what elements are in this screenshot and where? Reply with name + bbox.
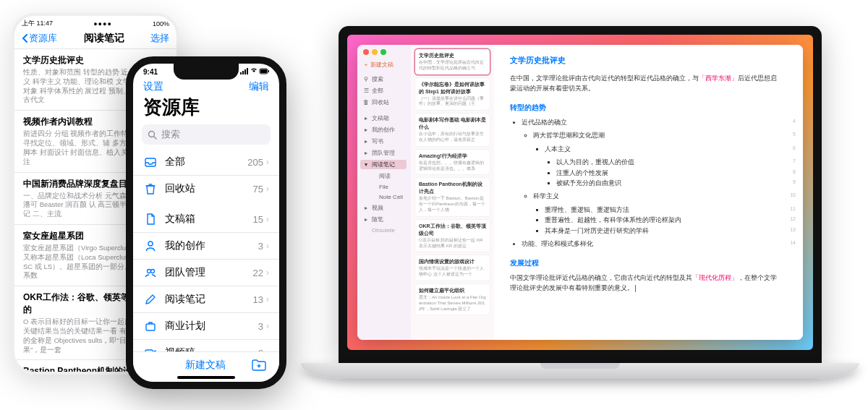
card-title: 《学尔能忘卷》是如何讲故事的 Step1 如何讲好故事 [419, 81, 486, 95]
chevron-left-icon [22, 34, 27, 43]
outline-item: 功能、理论和模式多样化14 [522, 239, 777, 249]
notch [174, 64, 239, 80]
svg-point-10 [148, 270, 151, 273]
sidebar-folder[interactable]: ▸写书 [363, 137, 407, 146]
back-button[interactable]: 资源库 [22, 32, 57, 45]
note-card[interactable]: 《学尔能忘卷》是如何讲故事的 Step1 如何讲好故事（一）清楚故事在讲什么问题… [415, 78, 490, 111]
outline-item: 人本主义6以人为目的，重视人的价值7注重人的个性发展8被赋予充分的自由意识9 [545, 144, 777, 189]
note-card[interactable]: 如何建立扁平化组织原文：An Inside Look at a Flat Org… [415, 284, 490, 315]
folder-label: 团队管理 [165, 266, 253, 279]
svg-rect-1 [242, 71, 244, 74]
note-card-list[interactable]: 文学历史批评史在中国，文学理论批评由古代向近代的转型和近代品格的确立与《学尔能忘… [411, 45, 494, 340]
chevron-right-icon: › [266, 214, 269, 224]
note-card[interactable]: Bastion Pantheon机制的设计亮点首先介绍一下 Bastion。Ba… [415, 178, 490, 215]
folder-row-briefcase[interactable]: 商业计划3› [133, 312, 279, 339]
status-icons [240, 68, 269, 76]
editor[interactable]: 文学历史批评史 在中国，文学理论批评由古代向近代的转型和近代品格的确立，与「西学… [494, 45, 803, 340]
note-card[interactable]: Amazing!行为经济学你是否也想。。。悟懂有趣逻辑的逻辑悖论你是否也。。。体… [415, 150, 490, 175]
card-title: Amazing!行为经济学 [419, 153, 486, 160]
outline-item: 被赋予充分的自由意识9 [556, 178, 777, 188]
outline-item: 两大哲学思潮和文化思潮5人本主义6以人为目的，重视人的价值7注重人的个性发展8被… [533, 130, 777, 188]
card-preview: 首先介绍一下 Bastion。Bastion是有一个叫Pantheon的东西，每… [419, 196, 486, 213]
briefcase-icon [143, 320, 158, 333]
note-card[interactable]: OKR工作法：谷歌、领英等顶级公司O表示目标 好的目标让你一起 KR表示关键结果… [415, 220, 490, 252]
folder-count: 205 [247, 157, 263, 168]
outline-item: 其本身是一门对历史进行研究的学科13 [545, 226, 777, 236]
fullscreen-icon[interactable] [380, 49, 386, 55]
card-title: 电影剧本写作基础 电影剧本是什么 [419, 116, 486, 131]
folder-row-bin[interactable]: 回收站75› [133, 175, 279, 202]
chevron-right-icon: › [266, 157, 269, 167]
select-button[interactable]: 选择 [150, 32, 169, 45]
sidebar-folder[interactable]: ▸团队管理 [363, 148, 407, 158]
folder-row-doc[interactable]: 文稿箱15› [133, 206, 279, 232]
search-input[interactable]: 搜索 [142, 124, 271, 145]
folder-row-person[interactable]: 我的创作3› [133, 232, 279, 259]
bin-icon [143, 182, 158, 195]
sidebar-item[interactable]: ⚲搜索 [363, 74, 407, 84]
laptop-screen: ＋ 新建文稿 ⚲搜索☰全部🗑回收站 ▸文稿箱▸我的创作▸写书▸团队管理▾阅读笔记… [339, 26, 822, 363]
home-indicator[interactable] [177, 376, 235, 379]
card-preview: 在中国，文学理论批评由古代向近代的转型和近代品格的确立与 [419, 60, 486, 72]
sidebar-folder[interactable]: 阅读 [363, 171, 407, 181]
svg-rect-12 [146, 324, 155, 330]
traffic-lights[interactable] [363, 49, 407, 55]
sidebar-folder[interactable]: ▸视频 [363, 203, 407, 213]
doc-intro: 在中国，文学理论批评由古代向近代的转型和近代品格的确立，与「西学东渐」后近代思想… [510, 73, 777, 94]
card-preview: 原文：An Inside Look at a Flat Organization… [419, 295, 486, 312]
nav-bar: 资源库 阅读笔记 选择 [14, 28, 176, 48]
new-folder-button[interactable] [252, 359, 266, 371]
person-icon [143, 239, 158, 252]
doc-outline: 近代品格的确立4两大哲学思潮和文化思潮5人本主义6以人为目的，重视人的价值7注重… [510, 117, 777, 249]
svg-point-9 [148, 242, 153, 246]
sidebar-folder[interactable]: Note Cell [363, 193, 407, 201]
sidebar-folder[interactable]: ▸我的创作 [363, 125, 407, 134]
sidebar-folder[interactable]: Obsolete [363, 226, 407, 234]
sidebar-folder[interactable]: File [363, 183, 407, 191]
sidebar-folder[interactable]: ▸文稿箱 [363, 114, 407, 123]
new-doc-button[interactable]: ＋ 新建文稿 [363, 61, 407, 69]
tray-icon [143, 155, 158, 168]
card-preview: 在小说中，所有的行动与故事发生在人物的内心中，读者所获之 [419, 132, 486, 143]
macbook: ＋ 新建文稿 ⚲搜索☰全部🗑回收站 ▸文稿箱▸我的创作▸写书▸团队管理▾阅读笔记… [301, 26, 859, 379]
outline-item: 近代品格的确立4两大哲学思潮和文化思潮5人本主义6以人为目的，重视人的价值7注重… [522, 117, 777, 236]
sidebar-item[interactable]: ☰全部 [363, 86, 407, 95]
sidebar-folder[interactable]: ▾阅读笔记 [360, 160, 407, 169]
sidebar-folder[interactable]: ▸随笔 [363, 215, 407, 224]
svg-rect-0 [240, 72, 242, 74]
laptop-base [301, 363, 859, 379]
sidebar-item[interactable]: 🗑回收站 [363, 98, 407, 107]
folder-count: 15 [253, 214, 263, 225]
card-title: 文学历史批评史 [419, 52, 486, 59]
nav-title: 阅读笔记 [84, 32, 124, 45]
card-preview: （一）清楚故事在讲什么问题（事件）的故事、更深的问题（王 [419, 96, 486, 108]
note-card[interactable]: 文学历史批评史在中国，文学理论批评由古代向近代的转型和近代品格的确立与 [415, 49, 490, 74]
card-title: 国内情境设置的游戏设计 [419, 258, 486, 265]
minimize-icon[interactable] [372, 49, 378, 55]
note-card[interactable]: 国内情境设置的游戏设计情感本子玩法是一个快速的一个人物中心 这个人被设定为一个 [415, 255, 490, 281]
card-preview: 你是否也想。。。悟懂有趣逻辑的逻辑悖论你是否也。。。体系 [419, 161, 486, 172]
svg-point-7 [149, 131, 155, 137]
sidebar: ＋ 新建文稿 ⚲搜索☰全部🗑回收站 ▸文稿箱▸我的创作▸写书▸团队管理▾阅读笔记… [357, 45, 411, 340]
top-bar: 设置 编辑 [133, 77, 279, 93]
card-preview: O表示目标 好的目标让你一起 KR表示关键结果 KR 的设定 [419, 238, 486, 249]
status-bar: 上午 11:47 ●●●● 100% [14, 16, 176, 28]
folder-row-pencil[interactable]: 阅读笔记13› [133, 286, 279, 312]
folder-row-tray[interactable]: 全部205› [133, 149, 279, 175]
card-preview: 情感本子玩法是一个快速的一个人物中心 这个人被设定为一个 [419, 266, 486, 278]
chevron-right-icon: › [266, 268, 269, 278]
chevron-right-icon: › [266, 294, 269, 304]
doc-icon [143, 213, 158, 226]
chevron-right-icon: › [266, 321, 269, 331]
note-card[interactable]: 电影剧本写作基础 电影剧本是什么在小说中，所有的行动与故事发生在人物的内心中，读… [415, 114, 490, 146]
doc-p2: 中国文学理论批评近代品格的确立，它由古代向近代的转型及其「现代化历程」，在整个文… [510, 273, 777, 294]
close-icon[interactable] [363, 49, 369, 55]
people-icon [143, 266, 158, 279]
doc-h1: 文学历史批评史 [510, 55, 777, 66]
svg-rect-3 [247, 68, 248, 74]
folder-row-people[interactable]: 团队管理22› [133, 259, 279, 286]
settings-button[interactable]: 设置 [143, 80, 163, 93]
edit-button[interactable]: 编辑 [249, 80, 269, 93]
svg-point-11 [151, 270, 155, 273]
new-doc-button[interactable]: 新建文稿 [159, 359, 252, 372]
